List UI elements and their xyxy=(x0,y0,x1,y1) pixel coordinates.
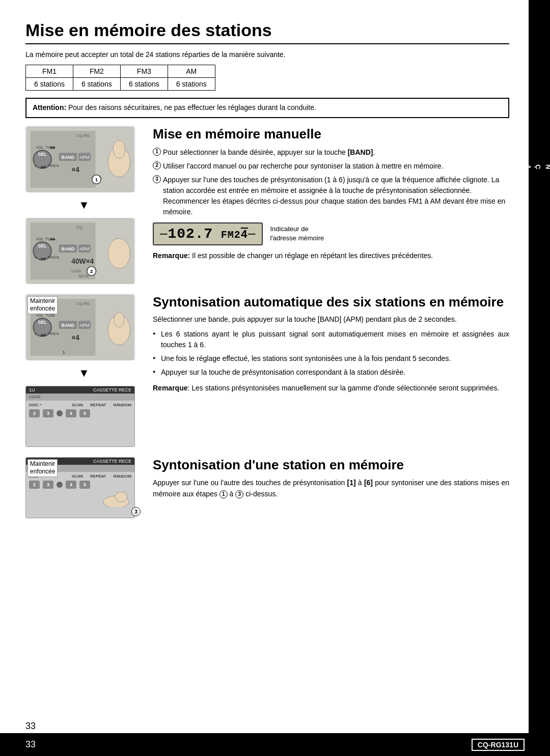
synto-text: Appuyer sur l'une ou l'autre des touches… xyxy=(153,477,509,500)
freq-display: ─102.7 FM24─ xyxy=(153,222,263,245)
attention-text: Pour des raisons sécuritaires, ne pas ef… xyxy=(66,103,316,111)
svg-text:∨: ∨ xyxy=(34,163,37,167)
left-col-auto-images: Maintenirenfoncée SEL VOL TUNE ∨ ◀◀ TRAC… xyxy=(25,294,143,447)
list-item: 3 Appuyer sur l'une des touches de présy… xyxy=(153,175,509,217)
table-header-fm3: FM3 xyxy=(120,65,168,78)
svg-point-19 xyxy=(113,140,125,158)
svg-text:TRACK: TRACK xyxy=(47,163,60,167)
svg-text:×4: ×4 xyxy=(71,165,79,173)
svg-text:TUNE: TUNE xyxy=(45,314,55,317)
svg-text:CQ: CQ xyxy=(76,225,82,229)
svg-text:CQ-RG: CQ-RG xyxy=(76,133,90,137)
section-manual-title: Mise en mémoire manuelle xyxy=(153,126,509,142)
device4-wrapper: 1U CASSETTE RECE LOUD DISC ^ SCAN REPEAT xyxy=(25,386,143,447)
freq-label-line1: Indicateur de xyxy=(270,225,324,234)
bottom-right-synto: Syntonisation d'une station en mémoire A… xyxy=(153,457,509,518)
cassette-buttons: 2 3 4 5 xyxy=(29,409,131,417)
svg-text:SEL: SEL xyxy=(38,320,47,325)
svg-text:APM: APM xyxy=(79,155,89,160)
svg-text:BAND: BAND xyxy=(62,246,75,251)
list-item: 2 Utiliser l'accord manuel ou par recher… xyxy=(153,161,509,172)
step-circle-3: 3 xyxy=(131,507,141,516)
device-image-1: SEL VOL TUNE ▶▶ ∨ ◀◀ TRACK BAND APM ×4 xyxy=(25,126,135,192)
right-col-auto: Syntonisation automatique des six statio… xyxy=(153,294,509,447)
svg-text:LOUD: LOUD xyxy=(71,269,81,273)
svg-text:◀◀: ◀◀ xyxy=(40,164,46,168)
page-number: 33 xyxy=(25,739,36,750)
two-col-synto: Maintenirenfoncée CASSETTE RECE LOUD DIS… xyxy=(25,457,509,518)
svg-text:BAND: BAND xyxy=(62,155,75,160)
svg-text:∨: ∨ xyxy=(34,331,37,335)
svg-text:APM: APM xyxy=(79,323,89,328)
attention-label: Attention: xyxy=(33,103,66,111)
svg-text:▶▶: ▶▶ xyxy=(50,146,56,149)
list-item: Une fois le réglage effectué, les statio… xyxy=(153,353,509,364)
cassette-body: DISC ^ SCAN REPEAT RANDOM 2 3 xyxy=(26,401,134,446)
list-item: Appuyer sur la touche de présyntonisatio… xyxy=(153,367,509,378)
left-col-images: SEL VOL TUNE ▶▶ ∨ ◀◀ TRACK BAND APM ×4 xyxy=(25,126,143,284)
model-number: CQ-RG131U xyxy=(472,739,525,751)
device-image-2: SEL VOL TUNE ▶▶ ∨ ◀◀ TRACK BAND APM 40W×… xyxy=(25,218,135,284)
svg-point-40 xyxy=(108,238,130,268)
bottom-left-images: Maintenirenfoncée CASSETTE RECE LOUD DIS… xyxy=(25,457,143,518)
table-cell-fm1: 6 stations xyxy=(26,78,73,91)
svg-text:◀◀: ◀◀ xyxy=(40,332,46,336)
page-number-display: 33 xyxy=(25,721,36,732)
svg-text:SEL: SEL xyxy=(38,243,47,248)
auto-bullet-list: Les 6 stations ayant le plus puissant si… xyxy=(153,329,509,378)
svg-text:VOL: VOL xyxy=(36,314,43,317)
cassette2-buttons: 2 3 4 5 xyxy=(29,481,131,489)
svg-text:TRACK: TRACK xyxy=(47,331,60,335)
svg-text:▶▶: ▶▶ xyxy=(50,237,56,241)
svg-text:40W×4: 40W×4 xyxy=(71,257,94,265)
page-title: Mise en mémoire des stations xyxy=(25,20,509,44)
svg-text:MUTE: MUTE xyxy=(79,274,89,278)
freq-label-line2: l'adresse mémoire xyxy=(270,234,324,243)
cassette-top-bar: 1U CASSETTE RECE xyxy=(26,386,134,394)
svg-point-58 xyxy=(114,312,124,327)
section-synto-title: Syntonisation d'une station en mémoire xyxy=(153,457,509,473)
freq-label: Indicateur de l'adresse mémoire xyxy=(270,225,324,243)
manual-remark: Remarque: Il est possible de changer un … xyxy=(153,250,509,261)
section-auto-title: Syntonisation automatique des six statio… xyxy=(153,294,509,310)
svg-text:◀◀: ◀◀ xyxy=(40,256,46,260)
device3-wrapper: Maintenirenfoncée SEL VOL TUNE ∨ ◀◀ TRAC… xyxy=(25,294,143,360)
svg-text:BAND: BAND xyxy=(62,323,75,328)
svg-point-60 xyxy=(115,492,127,502)
list-item: 1 Pour sélectionner la bande désirée, ap… xyxy=(153,147,509,158)
svg-text:∨: ∨ xyxy=(34,255,37,259)
maintenir-label-1: Maintenirenfoncée xyxy=(28,296,58,314)
svg-text:VOL: VOL xyxy=(36,237,43,241)
intro-text: La mémoire peut accepter un total de 24 … xyxy=(25,50,509,59)
two-col-auto: Maintenirenfoncée SEL VOL TUNE ∨ ◀◀ TRAC… xyxy=(25,294,509,447)
manual-steps-list: 1 Pour sélectionner la bande désirée, ap… xyxy=(153,147,509,217)
table-cell-fm3: 6 stations xyxy=(120,78,168,91)
table-header-am: AM xyxy=(168,65,215,78)
svg-text:×4: ×4 xyxy=(71,333,79,341)
svg-text:1: 1 xyxy=(95,177,98,182)
attention-box: Attention: Pour des raisons sécuritaires… xyxy=(25,98,509,118)
list-item: Les 6 stations ayant le plus puissant si… xyxy=(153,329,509,350)
right-col-manual: Mise en mémoire manuelle 1 Pour sélectio… xyxy=(153,126,509,284)
svg-text:2: 2 xyxy=(90,268,93,274)
table-header-fm2: FM2 xyxy=(73,65,120,78)
two-col-manual: SEL VOL TUNE ▶▶ ∨ ◀◀ TRACK BAND APM ×4 xyxy=(25,126,509,284)
table-header-fm1: FM1 xyxy=(26,65,73,78)
maintenir-label-2: Maintenirenfoncée xyxy=(28,459,58,477)
svg-text:CQ-RG: CQ-RG xyxy=(76,301,90,305)
svg-text:TRACK: TRACK xyxy=(47,255,60,259)
svg-text:VOL: VOL xyxy=(36,146,43,149)
freq-display-row: ─102.7 FM24─ Indicateur de l'adresse mém… xyxy=(153,222,509,245)
arrow-down-1: ▼ xyxy=(25,200,143,211)
finger-icon xyxy=(101,492,131,507)
svg-text:APM: APM xyxy=(79,246,89,251)
auto-remark: Remarque: Les stations présyntonisées ma… xyxy=(153,383,509,394)
arrow-down-2: ▼ xyxy=(25,368,143,379)
auto-intro: Sélectionner une bande, puis appuyer sur… xyxy=(153,314,509,325)
device-image-4: 1U CASSETTE RECE LOUD DISC ^ SCAN REPEAT xyxy=(25,386,135,447)
device5-wrapper: Maintenirenfoncée CASSETTE RECE LOUD DIS… xyxy=(25,457,143,518)
svg-text:1: 1 xyxy=(63,349,65,355)
stations-table: FM1 FM2 FM3 AM 6 stations 6 stations 6 s… xyxy=(25,65,215,91)
bottom-bar: 33 CQ-RG131U xyxy=(0,733,550,756)
table-cell-am: 6 stations xyxy=(168,78,215,91)
